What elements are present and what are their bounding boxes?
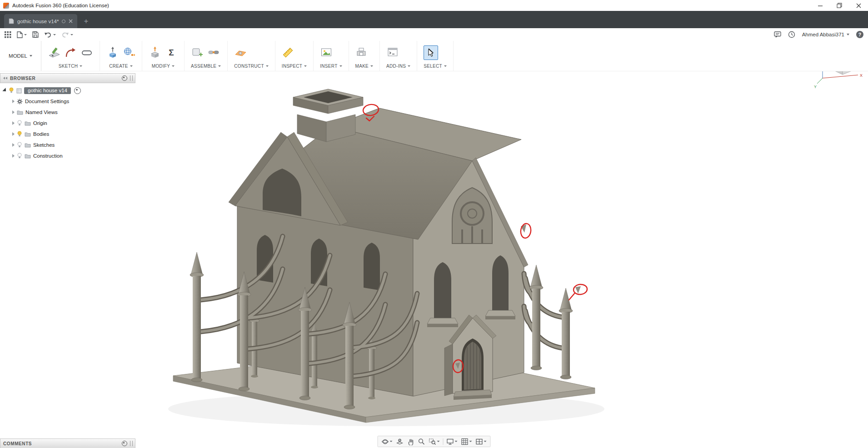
project-geometry-button[interactable] xyxy=(64,46,77,59)
item-label: Document Settings xyxy=(25,99,69,104)
insert-image-button[interactable] xyxy=(320,46,333,59)
comments-header[interactable]: COMMENTS xyxy=(0,438,135,448)
zoom-window-button[interactable] xyxy=(427,437,442,446)
minimize-button[interactable] xyxy=(811,0,830,11)
slot-button[interactable] xyxy=(80,46,93,59)
grid-settings-button[interactable] xyxy=(459,437,474,446)
root-label[interactable]: gothic house v14 xyxy=(24,87,71,94)
gear-icon xyxy=(17,99,23,105)
create-sketch-icon xyxy=(48,46,60,59)
browser-grip[interactable] xyxy=(130,75,133,81)
save-button[interactable] xyxy=(32,31,39,38)
new-component-button[interactable] xyxy=(191,46,204,59)
construction-plane-button[interactable] xyxy=(234,46,247,59)
folder-icon xyxy=(25,132,31,137)
expand-arrow-icon[interactable] xyxy=(12,100,15,103)
assemble-menu[interactable]: ASSEMBLE xyxy=(191,62,221,70)
make-button[interactable] xyxy=(355,46,368,59)
press-pull-button[interactable] xyxy=(149,46,161,59)
addins-menu[interactable]: ADD-INS xyxy=(386,62,410,70)
visibility-bulb-icon[interactable] xyxy=(17,153,22,159)
joint-button[interactable] xyxy=(207,46,220,59)
folder-icon xyxy=(25,143,31,148)
look-at-button[interactable] xyxy=(394,437,405,446)
new-tab-button[interactable]: + xyxy=(80,14,92,28)
chimney xyxy=(293,89,363,142)
workspace-label: MODEL xyxy=(9,53,27,59)
create-sketch-button[interactable] xyxy=(48,46,60,59)
comments-grip[interactable] xyxy=(130,441,133,446)
user-account-button[interactable]: Ahmed Abbasi371 xyxy=(802,32,849,37)
browser-tree: gothic house v14 Document Settings Named… xyxy=(0,83,135,161)
image-icon xyxy=(320,46,333,59)
data-panel-toggle[interactable] xyxy=(5,31,11,38)
joint-icon xyxy=(208,46,220,59)
viewports-button[interactable] xyxy=(474,437,489,446)
slot-icon xyxy=(81,47,93,59)
close-button[interactable] xyxy=(849,0,868,11)
comments-toggle-button[interactable] xyxy=(774,31,781,38)
pan-button[interactable] xyxy=(405,437,416,446)
visibility-bulb-icon[interactable] xyxy=(9,87,14,94)
collapse-panel-icon[interactable] xyxy=(3,77,7,80)
activate-component-icon[interactable] xyxy=(74,87,81,94)
visibility-bulb-icon[interactable] xyxy=(17,131,22,137)
ribbon-toolbar: MODEL SKETCH CREATE xyxy=(0,41,868,71)
measure-button[interactable] xyxy=(282,46,294,59)
browser-item-construction[interactable]: Construction xyxy=(0,150,135,161)
inspect-menu[interactable]: INSPECT xyxy=(282,62,307,70)
browser-item-bodies[interactable]: Bodies xyxy=(0,129,135,139)
file-icon xyxy=(17,31,23,38)
insert-menu[interactable]: INSERT xyxy=(320,62,342,70)
ribbon-group-construct: CONSTRUCT xyxy=(228,41,275,71)
browser-header[interactable]: BROWSER xyxy=(0,73,135,83)
browser-item-document-settings[interactable]: Document Settings xyxy=(0,96,135,107)
make-menu[interactable]: MAKE xyxy=(355,62,374,70)
undo-button[interactable] xyxy=(44,31,56,38)
browser-root-row[interactable]: gothic house v14 xyxy=(0,85,135,96)
restore-button[interactable] xyxy=(830,0,849,11)
project-curve-icon xyxy=(65,47,76,59)
expand-arrow-icon[interactable] xyxy=(12,110,15,114)
addins-button[interactable] xyxy=(386,46,399,59)
activity-history-button[interactable] xyxy=(788,31,795,38)
change-parameters-button[interactable]: Σ xyxy=(165,46,178,59)
expand-arrow-icon[interactable] xyxy=(12,132,15,136)
browser-item-sketches[interactable]: Sketches xyxy=(0,139,135,150)
visibility-bulb-icon[interactable] xyxy=(17,142,22,148)
zoom-button[interactable] xyxy=(416,437,427,446)
select-menu[interactable]: SELECT xyxy=(424,62,447,70)
comments-options-icon[interactable] xyxy=(122,441,127,446)
expand-arrow-icon[interactable] xyxy=(12,143,15,147)
display-settings-button[interactable] xyxy=(445,437,459,446)
expand-arrow-icon[interactable] xyxy=(12,121,15,125)
sketch-menu[interactable]: SKETCH xyxy=(48,62,93,70)
browser-item-origin[interactable]: Origin xyxy=(0,118,135,129)
extrude-button[interactable] xyxy=(106,46,119,59)
document-tabstrip: gothic house v14* + xyxy=(0,11,868,28)
redo-button[interactable] xyxy=(61,31,73,38)
select-tool-button[interactable] xyxy=(424,45,438,60)
help-button[interactable]: ? xyxy=(856,31,863,38)
document-tab[interactable]: gothic house v14* xyxy=(4,14,77,28)
file-menu-button[interactable] xyxy=(17,31,27,38)
redo-icon xyxy=(61,31,69,38)
expand-arrow-icon[interactable] xyxy=(12,154,15,158)
visibility-bulb-icon[interactable] xyxy=(17,120,22,126)
viewports-icon xyxy=(476,438,483,445)
expand-arrow-icon[interactable] xyxy=(2,88,7,93)
orbit-button[interactable] xyxy=(380,437,394,446)
window-title: Autodesk Fusion 360 (Education License) xyxy=(12,3,109,8)
browser-item-named-views[interactable]: Named Views xyxy=(0,107,135,118)
workspace-switcher[interactable]: MODEL xyxy=(0,41,41,71)
tab-close-icon[interactable] xyxy=(69,19,73,23)
modify-menu[interactable]: MODIFY xyxy=(149,62,178,70)
folder-icon xyxy=(17,110,23,115)
document-icon xyxy=(9,18,14,24)
browser-options-icon[interactable] xyxy=(122,75,127,81)
pattern-button[interactable] xyxy=(123,46,135,59)
ribbon-group-addins: ADD-INS xyxy=(380,41,417,71)
clock-icon xyxy=(788,31,795,38)
construct-menu[interactable]: CONSTRUCT xyxy=(234,62,268,70)
create-menu[interactable]: CREATE xyxy=(106,62,135,70)
